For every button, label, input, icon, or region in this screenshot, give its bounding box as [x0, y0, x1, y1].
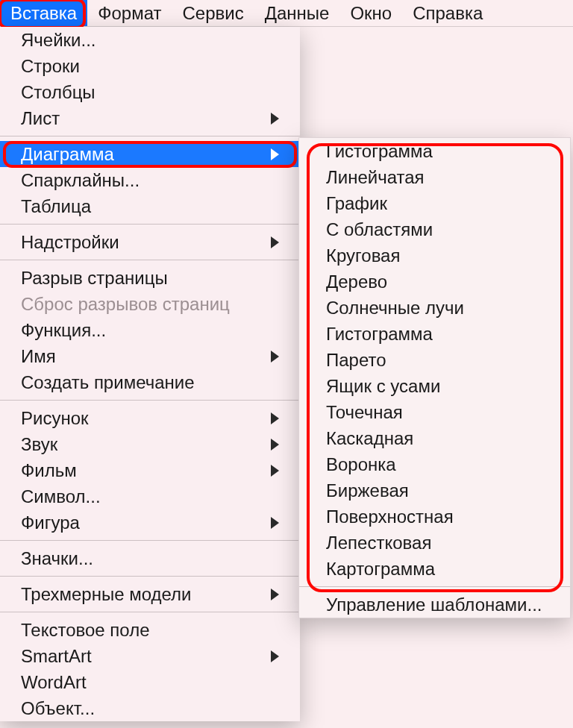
submenu-arrow-icon: [271, 650, 279, 662]
menu-item-label: Таблица: [21, 196, 279, 217]
menu-item[interactable]: Создать примечание: [0, 369, 300, 395]
submenu-item[interactable]: Солнечные лучи: [299, 295, 570, 321]
submenu-item[interactable]: Лепестковая: [299, 530, 570, 556]
submenu-item[interactable]: Биржевая: [299, 477, 570, 503]
menu-item-label: Звук: [21, 434, 271, 455]
menu-item[interactable]: Надстройки: [0, 229, 300, 255]
menu-item-label: Объект...: [21, 698, 279, 719]
menu-item-label: Столбцы: [21, 82, 279, 103]
menu-item-label: Функция...: [21, 320, 279, 341]
submenu-arrow-icon: [271, 113, 279, 125]
menu-item[interactable]: Звук: [0, 431, 300, 457]
submenu-chart: ГистограммаЛинейчатаяГрафикС областямиКр…: [298, 137, 571, 618]
submenu-arrow-icon: [271, 412, 279, 424]
menubar-item-0[interactable]: Вставка: [0, 0, 87, 26]
menubar-item-5[interactable]: Справка: [402, 0, 493, 26]
menu-item-label: Диаграмма: [21, 144, 271, 165]
menu-item-label: Значки...: [21, 548, 279, 569]
submenu-item[interactable]: Гистограмма: [299, 321, 570, 347]
menu-item[interactable]: Трехмерные модели: [0, 581, 300, 607]
submenu-item[interactable]: Точечная: [299, 399, 570, 425]
dropdown-insert-menu: Ячейки...СтрокиСтолбцыЛистДиаграммаСпарк…: [0, 27, 300, 721]
menu-item[interactable]: Строки: [0, 53, 300, 79]
menu-item[interactable]: Рисунок: [0, 405, 300, 431]
menubar: ВставкаФорматСервисДанныеОкноСправка: [0, 0, 573, 27]
submenu-item[interactable]: Поверхностная: [299, 503, 570, 530]
menubar-item-2[interactable]: Сервис: [172, 0, 254, 26]
menu-item-label: Ячейки...: [21, 30, 279, 51]
menu-separator: [0, 260, 300, 260]
menu-item[interactable]: Столбцы: [0, 79, 300, 105]
menu-separator: [0, 136, 300, 136]
submenu-arrow-icon: [271, 589, 279, 600]
submenu-item[interactable]: Гистограмма: [299, 138, 570, 164]
menu-item-label: Рисунок: [21, 408, 271, 429]
menu-item[interactable]: Значки...: [0, 545, 300, 571]
menu-item-label: Создать примечание: [21, 372, 279, 393]
submenu-item[interactable]: График: [299, 190, 570, 216]
submenu-item[interactable]: Каскадная: [299, 425, 570, 451]
menu-item-label: Сброс разрывов страниц: [21, 294, 279, 315]
menu-item-label: WordArt: [21, 672, 279, 693]
menu-item[interactable]: Функция...: [0, 317, 300, 343]
menu-item[interactable]: WordArt: [0, 669, 300, 695]
submenu-item[interactable]: Воронка: [299, 451, 570, 477]
menu-separator: [0, 612, 300, 612]
menu-item[interactable]: Объект...: [0, 695, 300, 721]
submenu-arrow-icon: [271, 236, 279, 248]
submenu-arrow-icon: [271, 351, 279, 363]
submenu-arrow-icon: [271, 517, 279, 529]
menu-item-label: Фигура: [21, 512, 271, 533]
menu-separator: [0, 224, 300, 225]
menu-item-label: Надстройки: [21, 232, 271, 253]
submenu-item-manage-templates[interactable]: Управление шаблонами...: [299, 592, 570, 618]
menu-item[interactable]: Текстовое поле: [0, 617, 300, 643]
menu-item[interactable]: Диаграмма: [0, 141, 300, 167]
menu-item[interactable]: Разрыв страницы: [0, 265, 300, 291]
menu-item[interactable]: Спарклайны...: [0, 167, 300, 193]
submenu-item[interactable]: Круговая: [299, 242, 570, 269]
menu-item[interactable]: SmartArt: [0, 643, 300, 669]
menu-item[interactable]: Фигура: [0, 509, 300, 536]
menu-item[interactable]: Таблица: [0, 193, 300, 219]
menu-separator: [0, 400, 300, 401]
submenu-item[interactable]: Дерево: [299, 269, 570, 295]
menu-item[interactable]: Ячейки...: [0, 27, 300, 53]
submenu-item[interactable]: С областями: [299, 216, 570, 242]
submenu-arrow-icon: [271, 148, 279, 160]
submenu-item[interactable]: Парето: [299, 347, 570, 373]
menu-item-label: Символ...: [21, 486, 279, 507]
menu-item-label: Разрыв страницы: [21, 268, 279, 289]
menu-item[interactable]: Фильм: [0, 457, 300, 483]
menu-separator: [0, 540, 300, 541]
menubar-item-1[interactable]: Формат: [87, 0, 172, 26]
menu-item[interactable]: Символ...: [0, 483, 300, 509]
menu-item-label: Текстовое поле: [21, 620, 279, 641]
submenu-item[interactable]: Картограмма: [299, 556, 570, 582]
submenu-item[interactable]: Ящик с усами: [299, 373, 570, 399]
submenu-item[interactable]: Линейчатая: [299, 164, 570, 190]
menu-item: Сброс разрывов страниц: [0, 291, 300, 317]
menu-item[interactable]: Лист: [0, 105, 300, 131]
menubar-item-3[interactable]: Данные: [254, 0, 340, 26]
submenu-arrow-icon: [271, 465, 279, 477]
menu-item-label: SmartArt: [21, 646, 271, 667]
menu-item[interactable]: Имя: [0, 343, 300, 369]
menu-item-label: Фильм: [21, 460, 271, 481]
submenu-arrow-icon: [271, 439, 279, 451]
menu-item-label: Строки: [21, 56, 279, 77]
menu-item-label: Трехмерные модели: [21, 584, 271, 605]
menu-separator: [0, 576, 300, 577]
menu-item-label: Лист: [21, 108, 271, 129]
menu-item-label: Имя: [21, 346, 271, 367]
menu-separator: [299, 586, 570, 587]
menu-item-label: Спарклайны...: [21, 170, 279, 191]
menubar-item-4[interactable]: Окно: [339, 0, 402, 26]
